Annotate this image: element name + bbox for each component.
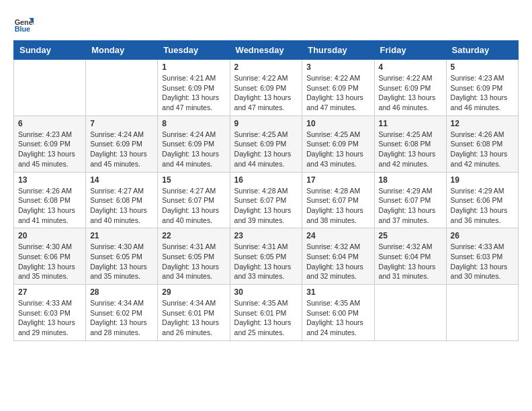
- calendar-cell: 5Sunrise: 4:23 AM Sunset: 6:09 PM Daylig…: [446, 60, 518, 116]
- day-number: 6: [18, 119, 81, 128]
- calendar-cell: 18Sunrise: 4:29 AM Sunset: 6:07 PM Dayli…: [374, 172, 446, 228]
- day-number: 19: [451, 175, 514, 185]
- day-info: Sunrise: 4:25 AM Sunset: 6:09 PM Dayligh…: [306, 130, 369, 169]
- day-number: 9: [234, 119, 298, 128]
- calendar-cell: 28Sunrise: 4:34 AM Sunset: 6:02 PM Dayli…: [86, 285, 158, 341]
- calendar-cell: 1Sunrise: 4:21 AM Sunset: 6:09 PM Daylig…: [158, 60, 230, 116]
- day-header-monday: Monday: [86, 41, 158, 60]
- day-info: Sunrise: 4:22 AM Sunset: 6:09 PM Dayligh…: [379, 73, 442, 113]
- day-number: 23: [234, 231, 298, 240]
- day-header-tuesday: Tuesday: [158, 41, 230, 60]
- day-info: Sunrise: 4:32 AM Sunset: 6:04 PM Dayligh…: [306, 242, 369, 281]
- calendar-cell: 16Sunrise: 4:28 AM Sunset: 6:07 PM Dayli…: [230, 172, 302, 228]
- day-info: Sunrise: 4:29 AM Sunset: 6:07 PM Dayligh…: [379, 186, 442, 226]
- week-row-1: 1Sunrise: 4:21 AM Sunset: 6:09 PM Daylig…: [14, 60, 519, 116]
- calendar-cell: 23Sunrise: 4:31 AM Sunset: 6:05 PM Dayli…: [230, 228, 302, 285]
- calendar-cell: 8Sunrise: 4:24 AM Sunset: 6:09 PM Daylig…: [158, 116, 230, 172]
- day-info: Sunrise: 4:22 AM Sunset: 6:09 PM Dayligh…: [234, 73, 298, 113]
- day-number: 29: [162, 287, 225, 297]
- calendar-cell: 17Sunrise: 4:28 AM Sunset: 6:07 PM Dayli…: [302, 172, 374, 228]
- day-info: Sunrise: 4:32 AM Sunset: 6:04 PM Dayligh…: [379, 242, 442, 281]
- day-number: 21: [90, 231, 153, 240]
- day-info: Sunrise: 4:25 AM Sunset: 6:09 PM Dayligh…: [234, 130, 298, 169]
- calendar-cell: 22Sunrise: 4:31 AM Sunset: 6:05 PM Dayli…: [158, 228, 230, 285]
- day-info: Sunrise: 4:35 AM Sunset: 6:00 PM Dayligh…: [306, 298, 369, 338]
- calendar-table: SundayMondayTuesdayWednesdayThursdayFrid…: [13, 40, 519, 341]
- day-number: 4: [379, 62, 442, 72]
- calendar-body: 1Sunrise: 4:21 AM Sunset: 6:09 PM Daylig…: [14, 60, 519, 341]
- day-info: Sunrise: 4:28 AM Sunset: 6:07 PM Dayligh…: [234, 186, 298, 226]
- day-number: 8: [162, 119, 225, 128]
- day-number: 3: [306, 62, 369, 72]
- header-row: SundayMondayTuesdayWednesdayThursdayFrid…: [14, 41, 519, 60]
- page-header: General Blue: [13, 13, 519, 34]
- day-number: 26: [451, 231, 514, 240]
- calendar-cell: 13Sunrise: 4:26 AM Sunset: 6:08 PM Dayli…: [14, 172, 86, 228]
- calendar-cell: 27Sunrise: 4:33 AM Sunset: 6:03 PM Dayli…: [14, 285, 86, 341]
- day-info: Sunrise: 4:21 AM Sunset: 6:09 PM Dayligh…: [162, 73, 225, 113]
- logo: General Blue: [13, 13, 36, 34]
- day-number: 31: [306, 287, 369, 297]
- calendar-cell: 30Sunrise: 4:35 AM Sunset: 6:01 PM Dayli…: [230, 285, 302, 341]
- calendar-cell: 31Sunrise: 4:35 AM Sunset: 6:00 PM Dayli…: [302, 285, 374, 341]
- day-number: 14: [90, 175, 153, 185]
- calendar-cell: 10Sunrise: 4:25 AM Sunset: 6:09 PM Dayli…: [302, 116, 374, 172]
- day-info: Sunrise: 4:24 AM Sunset: 6:09 PM Dayligh…: [90, 130, 153, 169]
- day-header-friday: Friday: [374, 41, 446, 60]
- day-info: Sunrise: 4:34 AM Sunset: 6:01 PM Dayligh…: [162, 298, 225, 338]
- calendar-cell: [14, 60, 86, 116]
- day-info: Sunrise: 4:30 AM Sunset: 6:06 PM Dayligh…: [18, 242, 81, 281]
- day-info: Sunrise: 4:31 AM Sunset: 6:05 PM Dayligh…: [162, 242, 225, 281]
- day-number: 10: [306, 119, 369, 128]
- day-number: 28: [90, 287, 153, 297]
- day-info: Sunrise: 4:35 AM Sunset: 6:01 PM Dayligh…: [234, 298, 298, 338]
- week-row-3: 13Sunrise: 4:26 AM Sunset: 6:08 PM Dayli…: [14, 172, 519, 228]
- day-number: 24: [306, 231, 369, 240]
- day-header-sunday: Sunday: [14, 41, 86, 60]
- calendar-cell: 25Sunrise: 4:32 AM Sunset: 6:04 PM Dayli…: [374, 228, 446, 285]
- day-info: Sunrise: 4:30 AM Sunset: 6:05 PM Dayligh…: [90, 242, 153, 281]
- calendar-cell: 19Sunrise: 4:29 AM Sunset: 6:06 PM Dayli…: [446, 172, 518, 228]
- day-info: Sunrise: 4:34 AM Sunset: 6:02 PM Dayligh…: [90, 298, 153, 338]
- calendar-cell: 20Sunrise: 4:30 AM Sunset: 6:06 PM Dayli…: [14, 228, 86, 285]
- calendar-cell: 14Sunrise: 4:27 AM Sunset: 6:08 PM Dayli…: [86, 172, 158, 228]
- calendar-cell: 11Sunrise: 4:25 AM Sunset: 6:08 PM Dayli…: [374, 116, 446, 172]
- calendar-cell: 6Sunrise: 4:23 AM Sunset: 6:09 PM Daylig…: [14, 116, 86, 172]
- day-number: 5: [451, 62, 514, 72]
- calendar-cell: 21Sunrise: 4:30 AM Sunset: 6:05 PM Dayli…: [86, 228, 158, 285]
- day-info: Sunrise: 4:28 AM Sunset: 6:07 PM Dayligh…: [306, 186, 369, 226]
- day-header-wednesday: Wednesday: [230, 41, 302, 60]
- day-info: Sunrise: 4:27 AM Sunset: 6:08 PM Dayligh…: [90, 186, 153, 226]
- day-number: 13: [18, 175, 81, 185]
- day-info: Sunrise: 4:23 AM Sunset: 6:09 PM Dayligh…: [451, 73, 514, 113]
- calendar-cell: 12Sunrise: 4:26 AM Sunset: 6:08 PM Dayli…: [446, 116, 518, 172]
- day-number: 1: [162, 62, 225, 72]
- calendar-cell: 2Sunrise: 4:22 AM Sunset: 6:09 PM Daylig…: [230, 60, 302, 116]
- day-number: 15: [162, 175, 225, 185]
- svg-text:Blue: Blue: [15, 25, 30, 33]
- day-number: 16: [234, 175, 298, 185]
- day-info: Sunrise: 4:22 AM Sunset: 6:09 PM Dayligh…: [306, 73, 369, 113]
- day-number: 30: [234, 287, 298, 297]
- day-info: Sunrise: 4:26 AM Sunset: 6:08 PM Dayligh…: [18, 186, 81, 226]
- day-header-thursday: Thursday: [302, 41, 374, 60]
- day-info: Sunrise: 4:33 AM Sunset: 6:03 PM Dayligh…: [451, 242, 514, 281]
- day-number: 7: [90, 119, 153, 128]
- day-info: Sunrise: 4:27 AM Sunset: 6:07 PM Dayligh…: [162, 186, 225, 226]
- day-number: 17: [306, 175, 369, 185]
- day-info: Sunrise: 4:23 AM Sunset: 6:09 PM Dayligh…: [18, 130, 81, 169]
- day-header-saturday: Saturday: [446, 41, 518, 60]
- day-info: Sunrise: 4:33 AM Sunset: 6:03 PM Dayligh…: [18, 298, 81, 338]
- day-info: Sunrise: 4:25 AM Sunset: 6:08 PM Dayligh…: [379, 130, 442, 169]
- calendar-header: SundayMondayTuesdayWednesdayThursdayFrid…: [14, 41, 519, 60]
- day-number: 25: [379, 231, 442, 240]
- day-number: 12: [451, 119, 514, 128]
- logo-icon: General Blue: [13, 13, 34, 34]
- calendar-cell: 26Sunrise: 4:33 AM Sunset: 6:03 PM Dayli…: [446, 228, 518, 285]
- day-info: Sunrise: 4:26 AM Sunset: 6:08 PM Dayligh…: [451, 130, 514, 169]
- day-number: 11: [379, 119, 442, 128]
- day-info: Sunrise: 4:24 AM Sunset: 6:09 PM Dayligh…: [162, 130, 225, 169]
- calendar-cell: [374, 285, 446, 341]
- day-number: 20: [18, 231, 81, 240]
- day-number: 22: [162, 231, 225, 240]
